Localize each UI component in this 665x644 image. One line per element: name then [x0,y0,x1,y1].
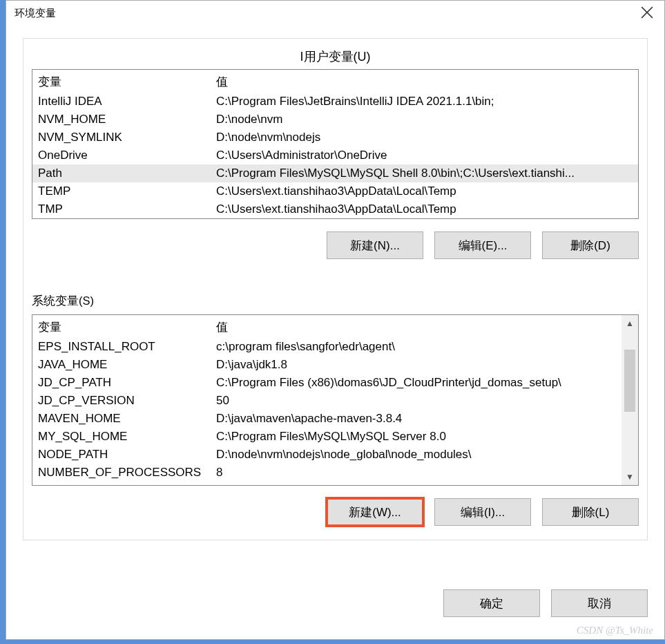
col-header-value[interactable]: 值 [216,74,633,90]
var-name: NODE_PATH [38,448,216,462]
table-row[interactable]: JD_CP_VERSION50 [32,392,621,410]
list-header: 变量 值 [32,315,621,338]
var-value: C:\Users\ext.tianshihao3\AppData\Local\T… [216,202,633,216]
watermark: CSDN @Ts_White [577,625,653,636]
dialog-title: 环境变量 [15,7,56,20]
user-vars-label: I用户变量(U) [32,48,639,65]
table-row[interactable]: IntelliJ IDEAC:\Program Files\JetBrains\… [32,93,638,111]
ok-button[interactable]: 确定 [443,589,540,617]
table-row[interactable]: MAVEN_HOMED:\java\maven\apache-maven-3.8… [32,410,621,428]
table-row[interactable]: MY_SQL_HOMEC:\Program Files\MySQL\MySQL … [32,428,621,446]
var-name: NVM_HOME [38,113,216,126]
var-name: TEMP [38,184,216,198]
var-name: OneDrive [38,149,216,162]
system-edit-button[interactable]: 编辑(I)... [434,498,531,526]
var-name: Path [38,167,216,180]
var-name: MY_SQL_HOME [38,430,216,444]
var-name: MAVEN_HOME [38,412,216,426]
var-name: JD_CP_VERSION [38,394,216,408]
var-name: IntelliJ IDEA [38,95,216,108]
var-value: D:\java\jdk1.8 [216,358,616,372]
system-delete-button[interactable]: 删除(L) [542,498,639,526]
col-header-variable[interactable]: 变量 [38,74,216,90]
var-value: C:\Users\ext.tianshihao3\AppData\Local\T… [216,184,633,198]
var-value: C:\Users\Administrator\OneDrive [216,149,633,162]
inner-panel: I用户变量(U) 变量 值 IntelliJ IDEAC:\Program Fi… [23,38,648,540]
var-value: D:\node\nvm\nodejs [216,131,633,144]
var-value: c:\program files\sangfor\edr\agent\ [216,340,616,354]
table-row[interactable]: NVM_HOMED:\node\nvm [32,111,638,129]
col-header-variable[interactable]: 变量 [38,319,216,335]
table-row[interactable]: NVM_SYMLINKD:\node\nvm\nodejs [32,129,638,146]
var-value: C:\Program Files (x86)\domas6\JD_CloudPr… [216,376,616,390]
var-name: TMP [38,202,216,216]
scroll-thumb[interactable] [624,350,635,412]
scroll-down-icon[interactable]: ▼ [621,468,638,485]
var-name: NVM_SYMLINK [38,131,216,144]
title-bar: 环境变量 [6,1,664,26]
table-row[interactable]: TEMPC:\Users\ext.tianshihao3\AppData\Loc… [32,182,638,200]
system-vars-list[interactable]: 变量 值 EPS_INSTALL_ROOTc:\program files\sa… [32,314,639,486]
scrollbar[interactable]: ▲ ▼ [621,315,638,485]
var-value: 8 [216,466,616,480]
system-vars-label: 系统变量(S) [32,294,639,309]
var-name: JAVA_HOME [38,358,216,372]
user-vars-list[interactable]: 变量 值 IntelliJ IDEAC:\Program Files\JetBr… [32,69,639,219]
system-new-button[interactable]: 新建(W)... [327,498,423,526]
var-name: JD_CP_PATH [38,376,216,390]
user-new-button[interactable]: 新建(N)... [327,231,423,259]
table-row[interactable]: OneDriveC:\Users\Administrator\OneDrive [32,146,638,164]
var-value: C:\Program Files\JetBrains\IntelliJ IDEA… [216,95,633,108]
table-row[interactable]: NUMBER_OF_PROCESSORS8 [32,464,621,482]
table-row[interactable]: JD_CP_PATHC:\Program Files (x86)\domas6\… [32,374,621,392]
user-edit-button[interactable]: 编辑(E)... [434,231,531,259]
scroll-up-icon[interactable]: ▲ [621,315,638,332]
var-value: 50 [216,394,616,408]
var-value: C:\Program Files\MySQL\MySQL Server 8.0 [216,430,616,444]
var-name: NUMBER_OF_PROCESSORS [38,466,216,480]
table-row[interactable]: TMPC:\Users\ext.tianshihao3\AppData\Loca… [32,200,638,218]
col-header-value[interactable]: 值 [216,319,616,335]
table-row[interactable]: NODE_PATHD:\node\nvm\nodejs\node_global\… [32,446,621,464]
env-vars-dialog: 环境变量 I用户变量(U) 变量 值 IntelliJ IDEAC:\Progr… [6,0,665,640]
var-value: C:\Program Files\MySQL\MySQL Shell 8.0\b… [216,167,633,180]
table-row[interactable]: PathC:\Program Files\MySQL\MySQL Shell 8… [32,164,638,182]
var-value: D:\node\nvm\nodejs\node_global\node_modu… [216,448,616,462]
table-row[interactable]: EPS_INSTALL_ROOTc:\program files\sangfor… [32,338,621,356]
table-row[interactable]: JAVA_HOMED:\java\jdk1.8 [32,356,621,374]
cancel-button[interactable]: 取消 [551,589,648,617]
var-value: D:\node\nvm [216,113,633,126]
var-value: D:\java\maven\apache-maven-3.8.4 [216,412,616,426]
var-name: EPS_INSTALL_ROOT [38,340,216,354]
close-icon[interactable] [638,3,656,23]
user-delete-button[interactable]: 删除(D) [542,231,639,259]
list-header: 变量 值 [32,70,638,93]
